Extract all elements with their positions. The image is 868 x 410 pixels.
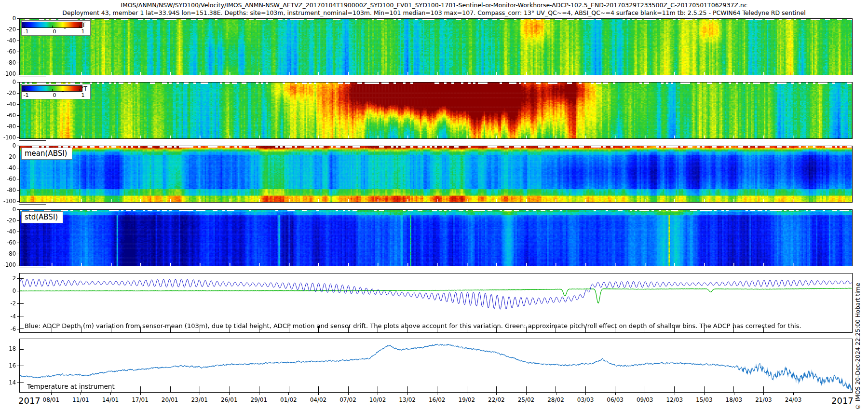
y-tick-mark (17, 29, 19, 30)
panel-std-absi: std(ABSI) (19, 209, 853, 266)
y-tick-label: -20 (0, 154, 16, 160)
x-tick-label: 13/02 (392, 396, 423, 403)
panel-underline (19, 77, 46, 77)
y-tick-mark (17, 190, 19, 191)
y-tick-label: -20 (0, 27, 16, 33)
y-tick-label: -4 (0, 314, 16, 320)
x-tick-mark (645, 393, 645, 395)
y-tick-mark (17, 209, 19, 210)
v-colorbar (22, 85, 82, 92)
x-tick-label: 21/03 (748, 396, 779, 403)
y-tick-label: -20 (0, 90, 16, 96)
x-tick-mark (585, 393, 586, 395)
y-tick-label: 0 (0, 79, 16, 85)
y-tick-label: -60 (0, 176, 16, 182)
y-tick-mark (17, 254, 19, 254)
u-colorbar-legend: U (m/s) along -55°T -101 (21, 20, 91, 36)
std-absi-heatmap (20, 210, 852, 266)
figure-title: IMOS/ANMN/NSW/SYD100/Velocity/IMOS_ANMN-… (0, 1, 868, 9)
colorbar-tick-label: 1 (81, 28, 85, 35)
x-tick-label: 22/02 (481, 396, 512, 403)
x-tick-label: 07/02 (333, 396, 364, 403)
x-tick-mark (348, 393, 349, 395)
y-tick-label: -20 (0, 218, 16, 224)
y-tick-label: -80 (0, 60, 16, 66)
v-colorbar-legend: V (m/s) along -145°T -101 (21, 84, 91, 99)
mean-absi-heatmap (20, 146, 852, 202)
x-tick-label: 25/02 (511, 396, 542, 403)
panel-v-velocity: V (m/s) along -145°T -101 (19, 82, 853, 139)
y-tick-mark (17, 115, 19, 116)
y-tick-mark (17, 349, 19, 349)
panel-temperature: Temperature at instrument (19, 339, 853, 393)
x-tick-mark (378, 393, 378, 395)
y-tick-mark (17, 265, 19, 265)
temperature-label: Temperature at instrument (26, 383, 116, 390)
x-tick-label: 24/03 (778, 396, 809, 403)
x-tick-label: 20/01 (154, 396, 185, 403)
y-tick-mark (17, 18, 19, 19)
y-tick-label: -100 (0, 262, 16, 268)
y-tick-mark (17, 74, 19, 74)
x-tick-mark (229, 393, 230, 395)
mean-absi-label: mean(ABSI) (21, 148, 72, 160)
y-tick-label: 18 (0, 346, 16, 352)
x-tick-mark (170, 393, 170, 395)
y-tick-mark (17, 41, 19, 41)
y-tick-mark (17, 82, 19, 82)
u-colorbar (22, 22, 82, 28)
x-axis-year-left: 2017 (18, 396, 41, 406)
x-tick-mark (763, 393, 764, 395)
y-tick-mark (17, 104, 19, 105)
x-tick-mark (793, 393, 794, 395)
copyright-text: © IMOS 20-Dec-2024 22:25:00 Hobart time (854, 231, 861, 410)
x-tick-label: 28/02 (541, 396, 571, 403)
y-tick-label: 0 (0, 143, 16, 149)
y-tick-label: -6 (0, 326, 16, 332)
x-tick-label: 19/02 (451, 396, 482, 403)
x-tick-mark (467, 393, 467, 395)
x-tick-mark (51, 393, 52, 395)
x-tick-label: 06/03 (600, 396, 631, 403)
x-tick-mark (407, 393, 408, 395)
x-tick-label: 01/02 (273, 396, 304, 403)
panel-underline (19, 268, 46, 268)
x-tick-mark (734, 393, 734, 395)
y-tick-label: -80 (0, 123, 16, 130)
y-tick-label: -100 (0, 198, 16, 205)
u-velocity-heatmap (20, 19, 852, 75)
x-tick-mark (615, 393, 616, 395)
y-tick-label: -100 (0, 71, 16, 77)
copyright-watermark: © IMOS 20-Dec-2024 22:25:00 Hobart time (854, 231, 866, 410)
colorbar-tick-label: -1 (24, 28, 29, 35)
y-tick-label: 0 (0, 15, 16, 22)
x-tick-mark (288, 393, 289, 395)
y-tick-label: -60 (0, 240, 16, 246)
x-tick-label: 18/03 (719, 396, 749, 403)
x-tick-label: 04/02 (303, 396, 334, 403)
x-tick-mark (110, 393, 111, 395)
y-tick-mark (17, 232, 19, 232)
y-tick-mark (17, 316, 19, 317)
y-tick-label: -2 (0, 301, 16, 307)
panel-u-velocity: U (m/s) along -55°T -101 (19, 18, 853, 75)
temperature-plot (20, 339, 852, 392)
x-tick-label: 17/01 (125, 396, 156, 403)
y-tick-mark (17, 278, 19, 279)
y-tick-mark (17, 291, 19, 291)
y-tick-label: -60 (0, 49, 16, 55)
panel-underline (19, 140, 46, 141)
x-axis-year-right: 2017 (831, 396, 854, 406)
v-velocity-heatmap (20, 82, 852, 138)
colorbar-tick-label: 1 (81, 92, 85, 98)
x-tick-label: 15/03 (689, 396, 719, 403)
x-tick-label: 23/01 (184, 396, 215, 403)
y-tick-label: -40 (0, 38, 16, 44)
y-tick-label: -80 (0, 251, 16, 257)
y-tick-label: 2 (0, 275, 16, 282)
y-tick-mark (17, 52, 19, 52)
y-tick-mark (17, 383, 19, 383)
y-tick-mark (17, 126, 19, 127)
x-tick-mark (675, 393, 675, 395)
colorbar-tick-label: 0 (53, 92, 56, 98)
